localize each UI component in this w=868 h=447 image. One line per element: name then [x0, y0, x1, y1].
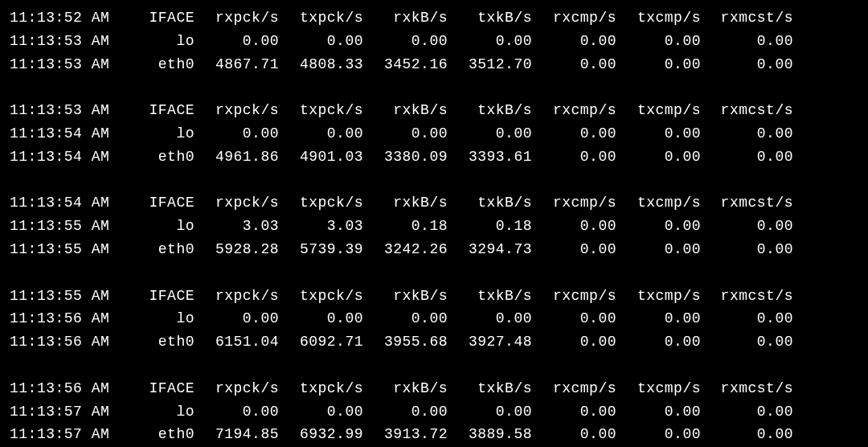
- rxpck-value: 0.00: [194, 122, 279, 146]
- rxmcst-value: 0.00: [701, 53, 793, 76]
- txcmp-value: 0.00: [616, 400, 701, 424]
- rxmcst-value: 0.00: [701, 146, 793, 169]
- col-txcmp-header: txcmp/s: [616, 6, 701, 30]
- col-rxkb-header: rxkB/s: [363, 191, 448, 215]
- txkb-value: 0.18: [448, 215, 532, 238]
- txkb-value: 0.00: [448, 30, 532, 53]
- sar-data-row: 11:13:57 AMlo0.000.000.000.000.000.000.0…: [10, 400, 858, 424]
- col-txpck-header: txpck/s: [279, 191, 363, 215]
- blank-separator: [10, 169, 858, 192]
- timestamp: 11:13:56 AM: [10, 377, 118, 400]
- col-txcmp-header: txcmp/s: [616, 285, 701, 308]
- rxmcst-value: 0.00: [701, 330, 793, 354]
- txpck-value: 0.00: [279, 30, 363, 53]
- rxkb-value: 0.00: [363, 400, 448, 424]
- rxcmp-value: 0.00: [532, 307, 616, 330]
- blank-separator: [10, 354, 858, 377]
- rxcmp-value: 0.00: [532, 400, 616, 424]
- iface-name: lo: [118, 30, 194, 53]
- col-txpck-header: txpck/s: [279, 377, 363, 400]
- timestamp: 11:13:54 AM: [10, 122, 118, 146]
- rxcmp-value: 0.00: [532, 53, 616, 76]
- rxmcst-value: 0.00: [701, 238, 793, 261]
- iface-name: eth0: [118, 330, 194, 354]
- timestamp: 11:13:52 AM: [10, 6, 118, 30]
- col-iface-header: IFACE: [118, 99, 194, 122]
- col-txkb-header: txkB/s: [448, 191, 532, 215]
- sar-data-row: 11:13:53 AMlo0.000.000.000.000.000.000.0…: [10, 30, 858, 53]
- col-rxpck-header: rxpck/s: [194, 285, 279, 308]
- rxpck-value: 0.00: [194, 307, 279, 330]
- rxkb-value: 3955.68: [363, 330, 448, 354]
- sar-header-row: 11:13:55 AMIFACErxpck/stxpck/srxkB/stxkB…: [10, 285, 858, 308]
- iface-name: lo: [118, 307, 194, 330]
- rxcmp-value: 0.00: [532, 423, 616, 446]
- sar-data-row: 11:13:56 AMlo0.000.000.000.000.000.000.0…: [10, 307, 858, 330]
- sar-data-row: 11:13:54 AMeth04961.864901.033380.093393…: [10, 146, 858, 169]
- timestamp: 11:13:53 AM: [10, 53, 118, 76]
- timestamp: 11:13:54 AM: [10, 146, 118, 169]
- sar-data-row: 11:13:54 AMlo0.000.000.000.000.000.000.0…: [10, 122, 858, 146]
- txkb-value: 3294.73: [448, 238, 532, 261]
- rxcmp-value: 0.00: [532, 146, 616, 169]
- txcmp-value: 0.00: [616, 30, 701, 53]
- col-rxcmp-header: rxcmp/s: [532, 285, 616, 308]
- timestamp: 11:13:55 AM: [10, 285, 118, 308]
- iface-name: eth0: [118, 146, 194, 169]
- blank-separator: [10, 261, 858, 285]
- col-rxpck-header: rxpck/s: [194, 377, 279, 400]
- col-iface-header: IFACE: [118, 6, 194, 30]
- rxkb-value: 0.00: [363, 122, 448, 146]
- iface-name: lo: [118, 215, 194, 238]
- txpck-value: 5739.39: [279, 238, 363, 261]
- sar-header-row: 11:13:56 AMIFACErxpck/stxpck/srxkB/stxkB…: [10, 377, 858, 400]
- txkb-value: 3889.58: [448, 423, 532, 446]
- col-txkb-header: txkB/s: [448, 377, 532, 400]
- rxcmp-value: 0.00: [532, 30, 616, 53]
- rxpck-value: 6151.04: [194, 330, 279, 354]
- col-txcmp-header: txcmp/s: [616, 99, 701, 122]
- rxcmp-value: 0.00: [532, 215, 616, 238]
- rxmcst-value: 0.00: [701, 400, 793, 424]
- col-rxkb-header: rxkB/s: [363, 377, 448, 400]
- txkb-value: 0.00: [448, 307, 532, 330]
- txcmp-value: 0.00: [616, 215, 701, 238]
- rxkb-value: 3242.26: [363, 238, 448, 261]
- rxkb-value: 3913.72: [363, 423, 448, 446]
- rxcmp-value: 0.00: [532, 122, 616, 146]
- sar-header-row: 11:13:54 AMIFACErxpck/stxpck/srxkB/stxkB…: [10, 191, 858, 215]
- col-iface-header: IFACE: [118, 377, 194, 400]
- col-rxcmp-header: rxcmp/s: [532, 99, 616, 122]
- col-rxmcst-header: rxmcst/s: [701, 99, 793, 122]
- col-rxmcst-header: rxmcst/s: [701, 285, 793, 308]
- txcmp-value: 0.00: [616, 122, 701, 146]
- col-iface-header: IFACE: [118, 285, 194, 308]
- txcmp-value: 0.00: [616, 53, 701, 76]
- txpck-value: 0.00: [279, 307, 363, 330]
- timestamp: 11:13:56 AM: [10, 330, 118, 354]
- iface-name: lo: [118, 122, 194, 146]
- rxpck-value: 4961.86: [194, 146, 279, 169]
- col-rxkb-header: rxkB/s: [363, 285, 448, 308]
- txcmp-value: 0.00: [616, 238, 701, 261]
- iface-name: lo: [118, 400, 194, 424]
- col-txpck-header: txpck/s: [279, 6, 363, 30]
- timestamp: 11:13:53 AM: [10, 30, 118, 53]
- col-txkb-header: txkB/s: [448, 6, 532, 30]
- timestamp: 11:13:56 AM: [10, 307, 118, 330]
- rxkb-value: 0.00: [363, 307, 448, 330]
- sar-data-row: 11:13:57 AMeth07194.856932.993913.723889…: [10, 423, 858, 446]
- txcmp-value: 0.00: [616, 423, 701, 446]
- txcmp-value: 0.00: [616, 330, 701, 354]
- col-txkb-header: txkB/s: [448, 285, 532, 308]
- rxpck-value: 0.00: [194, 400, 279, 424]
- col-rxmcst-header: rxmcst/s: [701, 191, 793, 215]
- col-rxpck-header: rxpck/s: [194, 99, 279, 122]
- col-iface-header: IFACE: [118, 191, 194, 215]
- txkb-value: 0.00: [448, 122, 532, 146]
- timestamp: 11:13:57 AM: [10, 400, 118, 424]
- rxcmp-value: 0.00: [532, 330, 616, 354]
- sar-data-row: 11:13:53 AMeth04867.714808.333452.163512…: [10, 53, 858, 76]
- col-rxcmp-header: rxcmp/s: [532, 6, 616, 30]
- col-rxcmp-header: rxcmp/s: [532, 191, 616, 215]
